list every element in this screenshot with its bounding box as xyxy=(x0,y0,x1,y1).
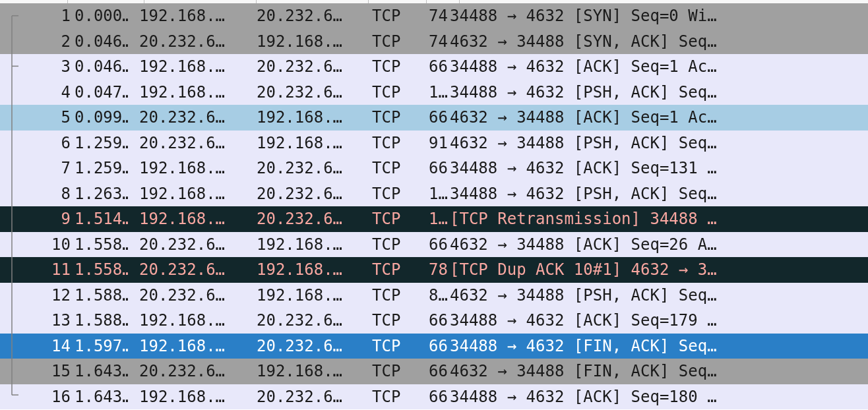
cell-no: 1 xyxy=(0,3,73,29)
cell-source: 192.168.… xyxy=(139,181,246,207)
cell-info: 34488 → 4632 [FIN, ACK] Seq… xyxy=(450,334,868,359)
cell-info: 34488 → 4632 [ACK] Seq=131 … xyxy=(450,156,868,181)
cell-dest: 192.168.… xyxy=(257,359,363,384)
packet-row[interactable]: 20.046…20.232.6…192.168.…TCP744632 → 344… xyxy=(0,29,868,55)
cell-no: 10 xyxy=(0,232,73,258)
cell-length: 91 xyxy=(418,131,448,156)
cell-time: 1.588… xyxy=(75,308,129,334)
cell-length: 66 xyxy=(418,334,448,359)
cell-length: 74 xyxy=(418,29,448,55)
cell-no: 14 xyxy=(0,334,73,359)
cell-info: 4632 → 34488 [PSH, ACK] Seq… xyxy=(450,283,868,308)
packet-row[interactable]: 111.558…20.232.6…192.168.…TCP78[TCP Dup … xyxy=(0,257,868,283)
packet-row[interactable]: 121.588…20.232.6…192.168.…TCP8…4632 → 34… xyxy=(0,283,868,308)
cell-time: 1.643… xyxy=(75,359,129,384)
cell-time: 1.514… xyxy=(75,206,129,232)
packet-row[interactable]: 50.099…20.232.6…192.168.…TCP664632 → 344… xyxy=(0,105,868,131)
packet-rows-container: 10.000…192.168.…20.232.6…TCP7434488 → 46… xyxy=(0,3,868,409)
cell-length: 66 xyxy=(418,156,448,181)
cell-source: 192.168.… xyxy=(139,384,246,410)
cell-info: [TCP Dup ACK 10#1] 4632 → 3… xyxy=(450,257,868,283)
cell-length: 8… xyxy=(418,283,448,308)
packet-row[interactable]: 151.643…20.232.6…192.168.…TCP664632 → 34… xyxy=(0,359,868,384)
packet-row[interactable]: 141.597…192.168.…20.232.6…TCP6634488 → 4… xyxy=(0,334,868,359)
cell-source: 20.232.6… xyxy=(139,105,246,131)
cell-length: 1… xyxy=(418,181,448,207)
packet-row[interactable]: 71.259…192.168.…20.232.6…TCP6634488 → 46… xyxy=(0,156,868,181)
packet-row[interactable]: 91.514…192.168.…20.232.6…TCP1…[TCP Retra… xyxy=(0,206,868,232)
cell-dest: 20.232.6… xyxy=(257,384,363,410)
cell-dest: 192.168.… xyxy=(257,131,363,156)
cell-no: 11 xyxy=(0,257,73,283)
cell-info: 4632 → 34488 [ACK] Seq=26 A… xyxy=(450,232,868,258)
cell-info: 34488 → 4632 [PSH, ACK] Seq… xyxy=(450,80,868,105)
cell-no: 7 xyxy=(0,156,73,181)
packet-list-pane[interactable]: No. Time Source Destination Protocol Len… xyxy=(0,0,868,410)
cell-length: 1… xyxy=(418,80,448,105)
cell-no: 15 xyxy=(0,359,73,384)
cell-time: 1.263… xyxy=(75,181,129,207)
cell-no: 5 xyxy=(0,105,73,131)
cell-protocol: TCP xyxy=(372,131,417,156)
cell-dest: 192.168.… xyxy=(257,283,363,308)
cell-time: 0.047… xyxy=(75,80,129,105)
packet-row[interactable]: 81.263…192.168.…20.232.6…TCP1…34488 → 46… xyxy=(0,181,868,207)
packet-row[interactable]: 161.643…192.168.…20.232.6…TCP6634488 → 4… xyxy=(0,384,868,410)
cell-protocol: TCP xyxy=(372,156,417,181)
cell-source: 20.232.6… xyxy=(139,257,246,283)
cell-no: 13 xyxy=(0,308,73,334)
cell-dest: 192.168.… xyxy=(257,105,363,131)
cell-source: 20.232.6… xyxy=(139,131,246,156)
cell-length: 66 xyxy=(418,384,448,410)
cell-protocol: TCP xyxy=(372,206,417,232)
packet-row[interactable]: 131.588…192.168.…20.232.6…TCP6634488 → 4… xyxy=(0,308,868,334)
cell-protocol: TCP xyxy=(372,257,417,283)
cell-length: 78 xyxy=(418,257,448,283)
cell-length: 1… xyxy=(418,206,448,232)
cell-no: 9 xyxy=(0,206,73,232)
cell-no: 12 xyxy=(0,283,73,308)
cell-dest: 20.232.6… xyxy=(257,156,363,181)
cell-length: 66 xyxy=(418,232,448,258)
cell-dest: 20.232.6… xyxy=(257,3,363,29)
cell-protocol: TCP xyxy=(372,3,417,29)
cell-length: 74 xyxy=(418,3,448,29)
cell-time: 1.259… xyxy=(75,131,129,156)
cell-time: 0.099… xyxy=(75,105,129,131)
cell-info: 4632 → 34488 [FIN, ACK] Seq… xyxy=(450,359,868,384)
cell-no: 16 xyxy=(0,384,73,410)
cell-info: 34488 → 4632 [SYN] Seq=0 Wi… xyxy=(450,3,868,29)
cell-info: 34488 → 4632 [ACK] Seq=179 … xyxy=(450,308,868,334)
cell-no: 8 xyxy=(0,181,73,207)
cell-time: 1.597… xyxy=(75,334,129,359)
cell-source: 192.168.… xyxy=(139,54,246,80)
cell-protocol: TCP xyxy=(372,54,417,80)
cell-protocol: TCP xyxy=(372,105,417,131)
cell-time: 1.588… xyxy=(75,283,129,308)
packet-row[interactable]: 10.000…192.168.…20.232.6…TCP7434488 → 46… xyxy=(0,3,868,29)
cell-source: 192.168.… xyxy=(139,156,246,181)
cell-length: 66 xyxy=(418,308,448,334)
cell-source: 192.168.… xyxy=(139,80,246,105)
packet-row[interactable]: 61.259…20.232.6…192.168.…TCP914632 → 344… xyxy=(0,131,868,156)
cell-time: 0.046… xyxy=(75,54,129,80)
cell-dest: 20.232.6… xyxy=(257,80,363,105)
cell-time: 0.000… xyxy=(75,3,129,29)
cell-source: 192.168.… xyxy=(139,308,246,334)
packet-row[interactable]: 101.558…20.232.6…192.168.…TCP664632 → 34… xyxy=(0,232,868,258)
cell-no: 2 xyxy=(0,29,73,55)
cell-protocol: TCP xyxy=(372,29,417,55)
cell-source: 192.168.… xyxy=(139,334,246,359)
cell-dest: 20.232.6… xyxy=(257,206,363,232)
cell-length: 66 xyxy=(418,359,448,384)
cell-dest: 192.168.… xyxy=(257,257,363,283)
packet-row[interactable]: 40.047…192.168.…20.232.6…TCP1…34488 → 46… xyxy=(0,80,868,105)
cell-no: 3 xyxy=(0,54,73,80)
packet-row[interactable]: 30.046…192.168.…20.232.6…TCP6634488 → 46… xyxy=(0,54,868,80)
cell-time: 0.046… xyxy=(75,29,129,55)
cell-info: 34488 → 4632 [ACK] Seq=1 Ac… xyxy=(450,54,868,80)
cell-source: 20.232.6… xyxy=(139,359,246,384)
cell-protocol: TCP xyxy=(372,80,417,105)
cell-time: 1.558… xyxy=(75,232,129,258)
cell-info: 4632 → 34488 [ACK] Seq=1 Ac… xyxy=(450,105,868,131)
